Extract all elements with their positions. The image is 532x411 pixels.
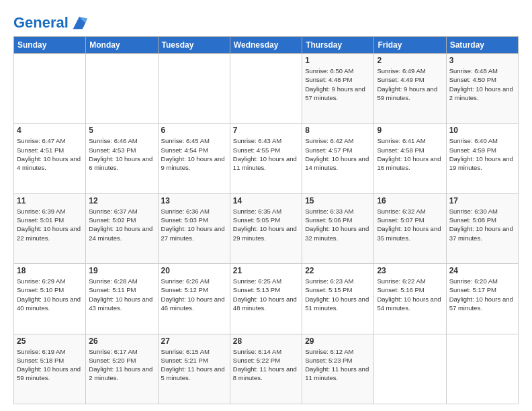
day-info: Sunrise: 6:30 AM Sunset: 5:08 PM Dayligh… [449,207,515,242]
calendar-cell: 29Sunrise: 6:12 AM Sunset: 5:23 PM Dayli… [302,334,374,404]
day-info: Sunrise: 6:42 AM Sunset: 4:57 PM Dayligh… [305,136,371,172]
day-info: Sunrise: 6:37 AM Sunset: 5:02 PM Dayligh… [89,207,154,242]
day-info: Sunrise: 6:48 AM Sunset: 4:50 PM Dayligh… [449,66,515,102]
day-number: 3 [449,56,515,65]
calendar-cell: 25Sunrise: 6:19 AM Sunset: 5:18 PM Dayli… [14,334,86,404]
day-info: Sunrise: 6:40 AM Sunset: 4:59 PM Dayligh… [449,136,515,172]
calendar-cell [86,54,158,124]
day-info: Sunrise: 6:33 AM Sunset: 5:06 PM Dayligh… [305,207,371,242]
day-number: 7 [233,126,299,135]
calendar-cell: 10Sunrise: 6:40 AM Sunset: 4:59 PM Dayli… [446,124,518,193]
weekday-header-thursday: Thursday [302,37,374,54]
day-info: Sunrise: 6:22 AM Sunset: 5:16 PM Dayligh… [377,277,443,312]
header: General [13,11,519,30]
day-number: 8 [305,126,371,135]
calendar-cell: 14Sunrise: 6:35 AM Sunset: 5:05 PM Dayli… [230,193,302,263]
weekday-header-wednesday: Wednesday [230,37,302,54]
calendar-cell: 11Sunrise: 6:39 AM Sunset: 5:01 PM Dayli… [14,193,86,263]
day-number: 11 [17,196,83,205]
weekday-header-monday: Monday [86,37,158,54]
calendar-cell: 4Sunrise: 6:47 AM Sunset: 4:51 PM Daylig… [14,124,86,193]
calendar-table: SundayMondayTuesdayWednesdayThursdayFrid… [13,36,519,404]
weekday-header-sunday: Sunday [14,37,86,54]
calendar-cell: 12Sunrise: 6:37 AM Sunset: 5:02 PM Dayli… [86,193,158,263]
day-info: Sunrise: 6:39 AM Sunset: 5:01 PM Dayligh… [17,207,83,242]
day-number: 23 [377,266,443,275]
day-number: 24 [449,266,515,275]
calendar-week-row: 11Sunrise: 6:39 AM Sunset: 5:01 PM Dayli… [14,193,519,263]
day-info: Sunrise: 6:36 AM Sunset: 5:03 PM Dayligh… [161,207,227,242]
weekday-header-row: SundayMondayTuesdayWednesdayThursdayFrid… [14,37,519,54]
calendar-cell: 19Sunrise: 6:28 AM Sunset: 5:11 PM Dayli… [86,264,158,334]
weekday-header-friday: Friday [374,37,446,54]
day-number: 25 [17,336,83,346]
day-number: 10 [449,126,515,135]
calendar-week-row: 4Sunrise: 6:47 AM Sunset: 4:51 PM Daylig… [14,124,519,193]
calendar-cell: 23Sunrise: 6:22 AM Sunset: 5:16 PM Dayli… [374,264,446,334]
day-number: 15 [305,196,371,205]
day-number: 5 [89,126,154,135]
day-number: 19 [89,266,154,275]
day-info: Sunrise: 6:50 AM Sunset: 4:48 PM Dayligh… [305,66,371,102]
calendar-cell: 13Sunrise: 6:36 AM Sunset: 5:03 PM Dayli… [158,193,230,263]
calendar-cell: 6Sunrise: 6:45 AM Sunset: 4:54 PM Daylig… [158,124,230,193]
weekday-header-saturday: Saturday [446,37,518,54]
calendar-cell: 28Sunrise: 6:14 AM Sunset: 5:22 PM Dayli… [230,334,302,404]
day-number: 18 [17,266,83,275]
calendar-week-row: 1Sunrise: 6:50 AM Sunset: 4:48 PM Daylig… [14,54,519,124]
day-number: 4 [17,126,83,135]
weekday-header-tuesday: Tuesday [158,37,230,54]
day-number: 20 [161,266,227,275]
calendar-cell: 1Sunrise: 6:50 AM Sunset: 4:48 PM Daylig… [302,54,374,124]
calendar-cell [374,334,446,404]
calendar-cell [446,334,518,404]
calendar-page: General SundayMondayTuesdayWednesdayThur… [0,0,532,411]
calendar-cell: 27Sunrise: 6:15 AM Sunset: 5:21 PM Dayli… [158,334,230,404]
day-number: 16 [377,196,443,205]
day-info: Sunrise: 6:32 AM Sunset: 5:07 PM Dayligh… [377,207,443,242]
calendar-week-row: 18Sunrise: 6:29 AM Sunset: 5:10 PM Dayli… [14,264,519,334]
calendar-cell: 22Sunrise: 6:23 AM Sunset: 5:15 PM Dayli… [302,264,374,334]
day-number: 14 [233,196,299,205]
calendar-cell: 21Sunrise: 6:25 AM Sunset: 5:13 PM Dayli… [230,264,302,334]
logo-icon [70,13,89,32]
calendar-cell [14,54,86,124]
day-number: 22 [305,266,371,275]
day-info: Sunrise: 6:29 AM Sunset: 5:10 PM Dayligh… [17,277,83,312]
calendar-cell [158,54,230,124]
day-info: Sunrise: 6:14 AM Sunset: 5:22 PM Dayligh… [233,347,299,383]
day-info: Sunrise: 6:49 AM Sunset: 4:49 PM Dayligh… [377,66,443,102]
day-info: Sunrise: 6:20 AM Sunset: 5:17 PM Dayligh… [449,277,515,312]
day-number: 26 [89,336,154,346]
day-info: Sunrise: 6:47 AM Sunset: 4:51 PM Dayligh… [17,136,83,172]
calendar-cell: 17Sunrise: 6:30 AM Sunset: 5:08 PM Dayli… [446,193,518,263]
day-number: 9 [377,126,443,135]
day-info: Sunrise: 6:12 AM Sunset: 5:23 PM Dayligh… [305,347,371,383]
calendar-cell: 18Sunrise: 6:29 AM Sunset: 5:10 PM Dayli… [14,264,86,334]
day-info: Sunrise: 6:26 AM Sunset: 5:12 PM Dayligh… [161,277,227,312]
calendar-cell: 26Sunrise: 6:17 AM Sunset: 5:20 PM Dayli… [86,334,158,404]
day-info: Sunrise: 6:41 AM Sunset: 4:58 PM Dayligh… [377,136,443,172]
calendar-cell: 16Sunrise: 6:32 AM Sunset: 5:07 PM Dayli… [374,193,446,263]
calendar-cell: 15Sunrise: 6:33 AM Sunset: 5:06 PM Dayli… [302,193,374,263]
calendar-cell: 5Sunrise: 6:46 AM Sunset: 4:53 PM Daylig… [86,124,158,193]
day-info: Sunrise: 6:17 AM Sunset: 5:20 PM Dayligh… [89,347,154,383]
day-number: 28 [233,336,299,346]
day-number: 17 [449,196,515,205]
day-info: Sunrise: 6:35 AM Sunset: 5:05 PM Dayligh… [233,207,299,242]
calendar-cell: 3Sunrise: 6:48 AM Sunset: 4:50 PM Daylig… [446,54,518,124]
day-number: 27 [161,336,227,346]
calendar-week-row: 25Sunrise: 6:19 AM Sunset: 5:18 PM Dayli… [14,334,519,404]
calendar-cell [230,54,302,124]
calendar-cell: 20Sunrise: 6:26 AM Sunset: 5:12 PM Dayli… [158,264,230,334]
day-number: 29 [305,336,371,346]
day-info: Sunrise: 6:15 AM Sunset: 5:21 PM Dayligh… [161,347,227,383]
logo-text: General [13,15,69,31]
calendar-cell: 9Sunrise: 6:41 AM Sunset: 4:58 PM Daylig… [374,124,446,193]
calendar-cell: 8Sunrise: 6:42 AM Sunset: 4:57 PM Daylig… [302,124,374,193]
calendar-cell: 2Sunrise: 6:49 AM Sunset: 4:49 PM Daylig… [374,54,446,124]
day-info: Sunrise: 6:25 AM Sunset: 5:13 PM Dayligh… [233,277,299,312]
day-info: Sunrise: 6:43 AM Sunset: 4:55 PM Dayligh… [233,136,299,172]
logo: General [13,13,89,30]
day-number: 12 [89,196,154,205]
